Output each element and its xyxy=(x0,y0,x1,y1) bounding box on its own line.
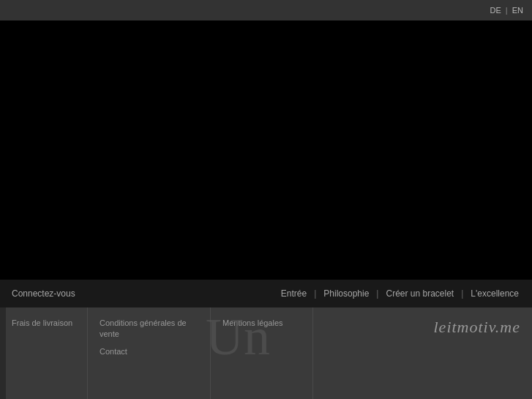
language-switcher: DE | EN xyxy=(490,6,523,15)
nav-creer-bracelet[interactable]: Créer un bracelet xyxy=(384,288,455,299)
nav-sep-1: | xyxy=(308,288,322,299)
nav-sep-3: | xyxy=(455,288,469,299)
footer-link-mentions-legales[interactable]: Mentions légales xyxy=(222,318,301,329)
lang-en-link[interactable]: EN xyxy=(512,6,523,15)
nav-entree[interactable]: Entrée xyxy=(280,288,308,299)
lang-de-link[interactable]: DE xyxy=(490,6,501,15)
lang-separator: | xyxy=(506,6,508,15)
hero-area: Connectez-vous Entrée | Philosophie | Cr… xyxy=(0,20,532,307)
nav-philosophie[interactable]: Philosophie xyxy=(322,288,370,299)
connectez-vous-link[interactable]: Connectez-vous xyxy=(12,288,75,299)
footer-col-legal: Mentions légales xyxy=(211,307,313,399)
footer-area: Un Frais de livraison Conditions général… xyxy=(0,307,532,399)
left-strip xyxy=(0,307,6,399)
nav-sep-2: | xyxy=(370,288,384,299)
hero-nav: Entrée | Philosophie | Créer un bracelet… xyxy=(280,288,520,299)
video-placeholder xyxy=(0,20,532,307)
footer-link-cgv[interactable]: Conditions générales de vente xyxy=(100,318,198,340)
hero-bottom-bar: Connectez-vous Entrée | Philosophie | Cr… xyxy=(0,280,532,307)
footer-link-contact[interactable]: Contact xyxy=(100,346,198,357)
top-bar: DE | EN xyxy=(0,0,532,20)
nav-excellence[interactable]: L'excellence xyxy=(469,288,520,299)
footer-col-cgv: Conditions générales de vente Contact xyxy=(88,307,211,399)
footer-link-delivery[interactable]: Frais de livraison xyxy=(12,318,75,329)
footer-col-delivery: Frais de livraison xyxy=(0,307,88,399)
footer-col-logo: leitmotiv.me xyxy=(313,307,532,399)
leitmotiv-logo[interactable]: leitmotiv.me xyxy=(434,318,521,337)
